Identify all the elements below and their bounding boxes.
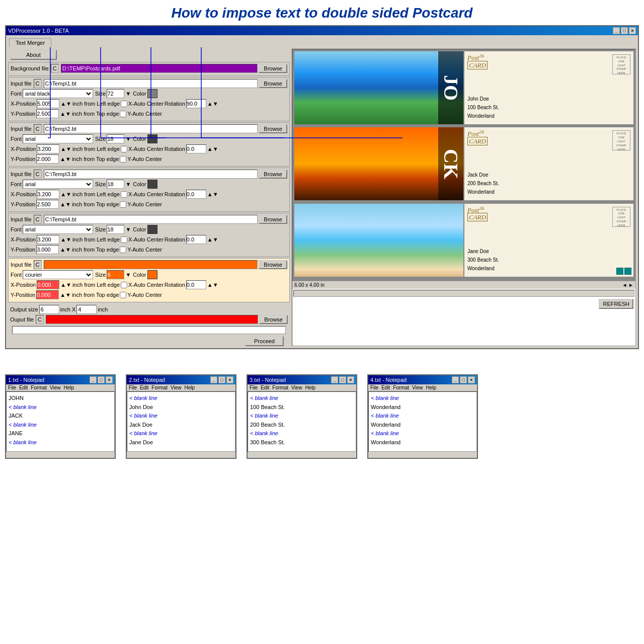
xauto-check-3[interactable]: X-Auto Center <box>121 191 164 198</box>
horizontal-scrollbar[interactable] <box>293 290 634 297</box>
input-file-3-input[interactable] <box>44 170 258 179</box>
notepad-2-close[interactable]: × <box>226 376 233 383</box>
ypos-input-5[interactable] <box>36 290 59 299</box>
font-select-2[interactable]: arial <box>23 134 93 143</box>
np2-help[interactable]: Help <box>185 385 195 390</box>
notepad-2-min[interactable]: _ <box>210 376 217 383</box>
np1-view[interactable]: View <box>50 385 61 390</box>
about-button[interactable]: About <box>10 50 57 60</box>
yauto-check-2[interactable]: Y-Auto Center <box>120 156 162 163</box>
notepad-2-max[interactable]: □ <box>218 376 225 383</box>
close-btn[interactable]: × <box>629 27 636 34</box>
np2-view[interactable]: View <box>171 385 182 390</box>
ypos-input-2[interactable] <box>36 154 59 164</box>
notepad-3-min[interactable]: _ <box>331 376 338 383</box>
rotation-label-5: Rotation <box>165 282 185 288</box>
rotation-input-3[interactable] <box>186 190 206 199</box>
size-input-4[interactable] <box>107 225 124 234</box>
input-2-browse-btn[interactable]: Browse <box>259 124 287 133</box>
np2-format[interactable]: Format <box>151 385 168 390</box>
background-browse-btn[interactable]: Browse <box>259 64 287 73</box>
input-file-2-input[interactable] <box>44 124 258 133</box>
output-width-input[interactable] <box>39 305 59 314</box>
output-file-input[interactable] <box>46 315 258 324</box>
rotation-input-1[interactable] <box>186 99 206 108</box>
np4-edit[interactable]: Edit <box>381 385 390 390</box>
color-box-2[interactable] <box>147 134 157 143</box>
xauto-check-5[interactable]: X-Auto Center <box>121 282 164 288</box>
input-file-1-input[interactable] <box>44 79 258 88</box>
output-height-input[interactable] <box>76 305 97 314</box>
np1-format[interactable]: Format <box>31 385 47 390</box>
notepad-1-min[interactable]: _ <box>90 376 97 383</box>
notepad-3-menu: File Edit Format View Help <box>248 384 356 391</box>
notepad-1-close[interactable]: × <box>106 376 113 383</box>
xauto-check-2[interactable]: X-Auto Center <box>121 146 164 152</box>
yauto-check-3[interactable]: Y-Auto Center <box>120 201 162 208</box>
np3-file[interactable]: File <box>250 385 258 390</box>
output-browse-btn[interactable]: Browse <box>259 315 288 324</box>
rotation-input-4[interactable] <box>186 235 206 244</box>
notepad-4-close[interactable]: × <box>468 376 475 383</box>
xpos-input-3[interactable] <box>37 190 59 199</box>
notepad-1-max[interactable]: □ <box>98 376 105 383</box>
size-input-2[interactable] <box>107 134 124 143</box>
rotation-input-2[interactable] <box>186 144 206 153</box>
minimize-btn[interactable]: _ <box>613 27 620 34</box>
xpos-input-5[interactable] <box>37 280 59 289</box>
np1-help[interactable]: Help <box>64 385 74 390</box>
color-box-1[interactable] <box>147 89 157 98</box>
background-file-input[interactable] <box>61 64 258 73</box>
np3-line-4: 200 Beach St. <box>250 421 354 430</box>
refresh-button[interactable]: REFRESH <box>599 299 633 309</box>
size-input-3[interactable] <box>107 180 124 189</box>
np3-edit[interactable]: Edit <box>261 385 269 390</box>
np4-help[interactable]: Help <box>426 385 437 390</box>
notepad-1-controls: _ □ × <box>90 376 113 383</box>
size-input-5[interactable] <box>107 270 124 279</box>
tab-text-merger[interactable]: Text Merger <box>9 38 51 47</box>
proceed-button[interactable]: Proceed <box>245 336 284 346</box>
ypos-input-3[interactable] <box>36 200 59 209</box>
xauto-check-1[interactable]: X-Auto Center <box>121 101 164 107</box>
font-select-3[interactable]: arial <box>23 180 93 189</box>
notepad-4-max[interactable]: □ <box>460 376 467 383</box>
np3-view[interactable]: View <box>291 385 302 390</box>
font-select-4[interactable]: arial <box>23 225 93 234</box>
input-file-5-input[interactable] <box>44 260 258 269</box>
yauto-check-4[interactable]: Y-Auto Center <box>120 247 162 253</box>
color-box-3[interactable] <box>147 180 157 189</box>
np3-format[interactable]: Format <box>272 385 288 390</box>
rotation-input-5[interactable] <box>186 280 206 289</box>
input-3-browse-btn[interactable]: Browse <box>259 170 287 179</box>
input-1-browse-btn[interactable]: Browse <box>259 79 287 88</box>
input-file-4-input[interactable] <box>44 215 258 224</box>
np2-edit[interactable]: Edit <box>140 385 148 390</box>
xpos-input-1[interactable] <box>37 99 59 108</box>
yauto-check-1[interactable]: Y-Auto Center <box>120 111 162 117</box>
notepad-3-max[interactable]: □ <box>339 376 346 383</box>
np4-file[interactable]: File <box>370 385 378 390</box>
input-5-browse-btn[interactable]: Browse <box>259 260 287 269</box>
notepad-4-min[interactable]: _ <box>452 376 459 383</box>
ypos-input-4[interactable] <box>36 245 59 254</box>
color-box-4[interactable] <box>147 225 157 234</box>
np3-help[interactable]: Help <box>305 385 316 390</box>
color-box-5[interactable] <box>147 270 157 279</box>
np4-view[interactable]: View <box>412 385 423 390</box>
size-input-1[interactable] <box>107 89 124 98</box>
notepad-3-close[interactable]: × <box>347 376 354 383</box>
xauto-check-4[interactable]: X-Auto Center <box>121 236 164 243</box>
ypos-input-1[interactable] <box>36 109 59 118</box>
xpos-input-2[interactable] <box>37 144 59 153</box>
np4-format[interactable]: Format <box>393 385 409 390</box>
input-4-browse-btn[interactable]: Browse <box>259 215 287 224</box>
maximize-btn[interactable]: □ <box>621 27 628 34</box>
yauto-check-5[interactable]: Y-Auto Center <box>120 292 162 298</box>
xpos-input-4[interactable] <box>37 235 59 244</box>
np1-file[interactable]: File <box>8 385 16 390</box>
font-select-1[interactable]: arial black <box>23 89 93 98</box>
np1-edit[interactable]: Edit <box>19 385 28 390</box>
font-select-5[interactable]: courier <box>23 270 93 279</box>
np2-file[interactable]: File <box>129 385 137 390</box>
